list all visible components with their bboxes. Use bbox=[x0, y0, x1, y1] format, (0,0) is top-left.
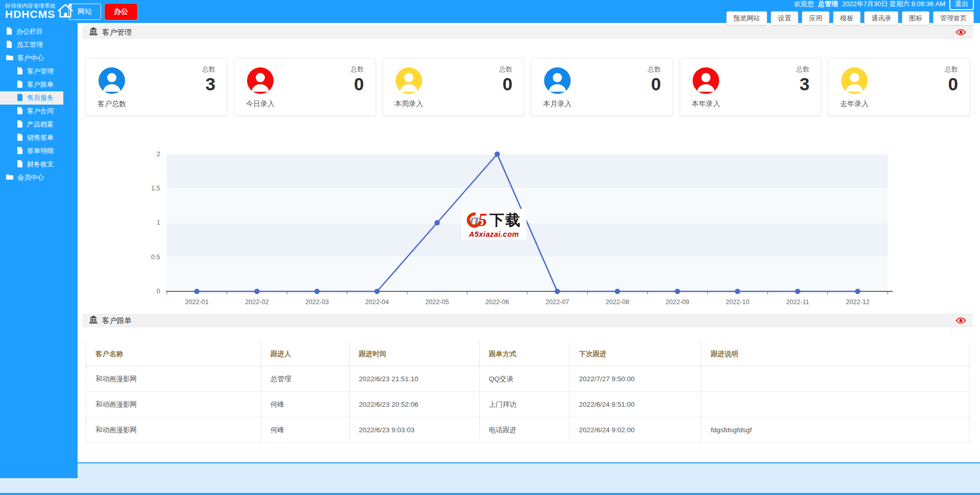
folder-icon bbox=[6, 174, 13, 182]
user-circle-icon bbox=[841, 67, 868, 96]
user-circle-icon bbox=[99, 67, 125, 96]
navbtn[interactable]: 预览网站 bbox=[726, 11, 767, 26]
svg-text:2022-02: 2022-02 bbox=[245, 299, 268, 306]
table-cell: 和动画漫影网 bbox=[86, 392, 261, 417]
table-cell: 和动画漫影网 bbox=[86, 366, 261, 392]
svg-text:2022-12: 2022-12 bbox=[846, 299, 869, 306]
column-header: 跟进说明 bbox=[701, 342, 970, 366]
stat-total-label: 总数 bbox=[648, 65, 661, 74]
stat-value: 0 bbox=[499, 74, 512, 94]
table-cell: 何峰 bbox=[261, 417, 349, 443]
stat-label: 本周录入 bbox=[395, 100, 423, 109]
sidebar-item-label: 销售签单 bbox=[27, 133, 54, 142]
welcome-prefix: 欢迎您 bbox=[794, 0, 814, 9]
column-header: 跟进人 bbox=[261, 342, 349, 366]
watermark-url: A5xiazai.com bbox=[467, 231, 521, 238]
navbtn[interactable]: 设置 bbox=[771, 11, 798, 26]
table-cell: 2022/6/24 9:02:00 bbox=[569, 417, 701, 443]
svg-text:2022-06: 2022-06 bbox=[485, 299, 509, 306]
user-circle-icon bbox=[693, 67, 719, 96]
table-cell bbox=[701, 366, 970, 392]
sidebar-item-label: 办公栏目 bbox=[16, 27, 43, 36]
stat-card: 本年录入总数3 bbox=[680, 58, 821, 116]
stat-card: 去年录入总数0 bbox=[828, 58, 970, 116]
navbtn[interactable]: 应用 bbox=[802, 11, 829, 26]
sidebar-item[interactable]: 客户跟单 bbox=[0, 78, 78, 91]
logout-button[interactable]: 退出 bbox=[949, 0, 974, 10]
navbtn[interactable]: 通讯录 bbox=[864, 11, 898, 26]
svg-text:1: 1 bbox=[157, 219, 160, 227]
tab-office[interactable]: 办公 bbox=[105, 4, 137, 20]
sidebar-item-label: 客户中心 bbox=[17, 54, 44, 63]
sidebar-item-label: 产品档案 bbox=[27, 120, 54, 129]
logo-subtitle: 好得很内容管理系统 bbox=[5, 3, 56, 9]
top-tabs: 网站办公 bbox=[68, 4, 137, 20]
sidebar-item[interactable]: 产品档案 bbox=[0, 118, 78, 131]
username: 总管理 bbox=[818, 0, 838, 9]
eye-icon[interactable] bbox=[955, 29, 966, 36]
table-cell: 2022/6/23 21:51:10 bbox=[349, 366, 479, 392]
stat-value: 0 bbox=[648, 74, 661, 94]
sidebar-item-label: 员工管理 bbox=[16, 40, 43, 50]
stat-value: 3 bbox=[202, 74, 215, 94]
table-row: 和动画漫影网何峰2022/6/23 9:03:03电话跟进2022/6/24 9… bbox=[86, 417, 970, 443]
table-cell: 电话跟进 bbox=[479, 417, 570, 443]
stat-label: 本年录入 bbox=[692, 100, 720, 109]
sidebar-item[interactable]: 签单明细 bbox=[0, 144, 78, 158]
stat-value: 0 bbox=[351, 74, 364, 94]
sidebar-item-label: 客户管理 bbox=[27, 67, 54, 76]
sidebar-item[interactable]: 会员中心 bbox=[0, 171, 78, 184]
table-row: 和动画漫影网何峰2022/6/23 20:52:06上门拜访2022/6/24 … bbox=[86, 392, 970, 417]
sidebar-item[interactable]: 财务收支 bbox=[0, 158, 78, 171]
svg-text:2022-05: 2022-05 bbox=[425, 299, 449, 306]
svg-text:2022-10: 2022-10 bbox=[726, 299, 749, 306]
svg-text:2: 2 bbox=[157, 151, 160, 158]
logo[interactable]: 好得很内容管理系统 HDHCMS bbox=[0, 3, 78, 21]
stat-total-label: 总数 bbox=[945, 65, 958, 74]
stat-label: 客户总数 bbox=[97, 100, 126, 109]
tab-site[interactable]: 网站 bbox=[68, 4, 101, 20]
svg-text:2022-08: 2022-08 bbox=[605, 299, 629, 306]
app-root: 好得很内容管理系统 HDHCMS 网站办公 欢迎您 总管理 2022年7月30日… bbox=[0, 0, 980, 495]
navbtn[interactable]: 管理首页 bbox=[933, 11, 974, 26]
table-cell: 上门拜访 bbox=[479, 392, 570, 417]
sidebar-item[interactable]: 客户合同 bbox=[0, 105, 78, 118]
table-body: 和动画漫影网总管理2022/6/23 21:51:10QQ交谈2022/7/27… bbox=[86, 366, 970, 443]
followup-panel-header: 客户跟单 bbox=[83, 314, 973, 327]
table-row: 和动画漫影网总管理2022/6/23 21:51:10QQ交谈2022/7/27… bbox=[86, 366, 970, 392]
file-icon bbox=[6, 28, 12, 36]
watermark-logo: a 5 下载 bbox=[467, 211, 521, 229]
sidebar-item[interactable]: 办公栏目 bbox=[0, 25, 78, 38]
navbtn[interactable]: 图标 bbox=[902, 11, 929, 26]
table-cell: 何峰 bbox=[261, 392, 349, 417]
user-circle-icon bbox=[544, 67, 571, 96]
sidebar-item[interactable]: 客户管理 bbox=[0, 65, 78, 78]
svg-text:2022-01: 2022-01 bbox=[185, 299, 208, 306]
folder-icon bbox=[6, 55, 13, 62]
sidebar-item[interactable]: 销售签单 bbox=[0, 131, 78, 144]
followup-panel: 客户跟单 客户名称跟进人跟进时间跟单方式下次跟进跟进说明 和动画漫影网总管理20… bbox=[83, 314, 973, 443]
footer-strip bbox=[0, 462, 980, 495]
eye-icon[interactable] bbox=[955, 317, 966, 324]
sidebar-item[interactable]: 员工管理 bbox=[0, 38, 78, 52]
sidebar-item[interactable]: 客户中心 bbox=[0, 52, 78, 65]
sidebar-item-label: 客户合同 bbox=[27, 107, 54, 116]
column-header: 跟单方式 bbox=[479, 342, 570, 366]
stat-cards: 客户总数总数3今日录入总数0本周录入总数0本月录入总数0本年录入总数3去年录入总… bbox=[86, 58, 970, 116]
followup-panel-title: 客户跟单 bbox=[102, 316, 132, 326]
svg-text:0: 0 bbox=[157, 288, 160, 295]
customer-panel-header: 客户管理 bbox=[83, 26, 973, 39]
file-icon bbox=[17, 134, 23, 142]
sidebar-item-label: 售后服务 bbox=[27, 93, 54, 103]
table-cell: fdgsfdsgfdsgf bbox=[701, 417, 970, 443]
stat-label: 本月录入 bbox=[543, 100, 572, 109]
file-icon bbox=[17, 160, 23, 169]
sidebar-item[interactable]: 售后服务 bbox=[0, 91, 63, 105]
main-content: 客户管理 客户总数总数3今日录入总数0本周录入总数0本月录入总数0本年录入总数3… bbox=[78, 23, 980, 462]
stat-total-label: 总数 bbox=[499, 65, 512, 74]
navbtn[interactable]: 模板 bbox=[833, 11, 861, 26]
table-cell: 2022/7/27 9:50:00 bbox=[569, 366, 701, 392]
stat-total-label: 总数 bbox=[351, 65, 364, 74]
table-cell: 总管理 bbox=[261, 366, 349, 392]
table-cell: QQ交谈 bbox=[479, 366, 570, 392]
